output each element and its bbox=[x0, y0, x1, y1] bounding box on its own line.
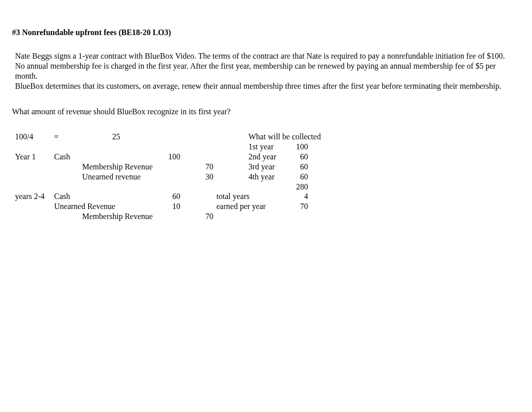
years24-memrev: Membership Revenue bbox=[82, 212, 153, 221]
year1-label: Year 1 bbox=[15, 152, 36, 161]
collected-y2-val: 60 bbox=[290, 152, 308, 161]
question-text: What amount of revenue should BlueBox re… bbox=[12, 107, 520, 116]
collected-y3-label: 3rd year bbox=[248, 162, 275, 171]
collected-y2-label: 2nd year bbox=[248, 152, 277, 161]
earned-per-year-val: 70 bbox=[290, 202, 308, 211]
collected-y4-val: 60 bbox=[290, 172, 308, 181]
years24-unearned-debit: 10 bbox=[167, 202, 180, 211]
year1-memrev-credit: 70 bbox=[200, 162, 213, 171]
calc-result: 25 bbox=[107, 132, 120, 141]
paragraph-2: No annual membership fee is charged in t… bbox=[15, 61, 520, 81]
calc-expr: 100/4 bbox=[15, 132, 33, 141]
collected-y3-val: 60 bbox=[290, 162, 308, 171]
collected-y1-val: 100 bbox=[290, 142, 308, 151]
years24-cash: Cash bbox=[54, 192, 70, 201]
earned-per-year-label: earned per year bbox=[216, 202, 266, 211]
collected-y4-label: 4th year bbox=[248, 172, 275, 181]
calc-eq: = bbox=[54, 132, 59, 141]
years24-unearned: Unearned Revenue bbox=[54, 202, 115, 211]
collected-header: What will be collected bbox=[248, 132, 321, 141]
year1-cash: Cash bbox=[54, 152, 70, 161]
years24-label: years 2-4 bbox=[15, 192, 45, 201]
total-years-val: 4 bbox=[290, 192, 308, 201]
paragraph-3: BlueBox determines that its customers, o… bbox=[15, 81, 520, 91]
problem-title: #3 Nonrefundable upfront fees (BE18-20 L… bbox=[12, 28, 520, 37]
year1-cash-debit: 100 bbox=[162, 152, 180, 161]
collected-total: 280 bbox=[290, 182, 308, 191]
paragraph-1: Nate Beggs signs a 1-year contract with … bbox=[15, 51, 520, 61]
page-content: #3 Nonrefundable upfront fees (BE18-20 L… bbox=[0, 0, 532, 283]
year1-unearned-credit: 30 bbox=[200, 172, 213, 181]
years24-memrev-credit: 70 bbox=[200, 212, 213, 221]
year1-memrev: Membership Revenue bbox=[82, 162, 153, 171]
years24-cash-debit: 60 bbox=[167, 192, 180, 201]
collected-y1-label: 1st year bbox=[248, 142, 274, 151]
total-years-label: total years bbox=[216, 192, 249, 201]
year1-unearned: Unearned revenue bbox=[82, 172, 141, 181]
work-area: 100/4 = 25 Year 1 Cash 100 Membership Re… bbox=[12, 132, 520, 283]
